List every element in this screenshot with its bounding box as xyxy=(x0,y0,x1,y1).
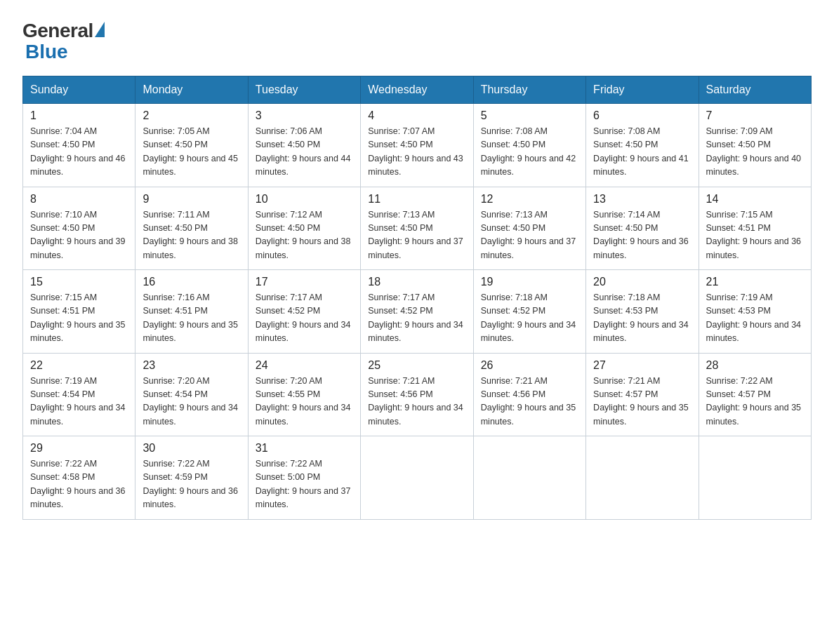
day-number: 28 xyxy=(706,359,804,372)
calendar-day-cell xyxy=(473,436,585,520)
day-info: Sunrise: 7:08 AMSunset: 4:50 PMDaylight:… xyxy=(593,125,691,180)
calendar-day-cell: 26Sunrise: 7:21 AMSunset: 4:56 PMDayligh… xyxy=(473,353,585,436)
calendar-day-cell: 6Sunrise: 7:08 AMSunset: 4:50 PMDaylight… xyxy=(586,104,699,187)
day-number: 12 xyxy=(481,193,578,206)
weekday-header-thursday: Thursday xyxy=(473,76,585,104)
day-number: 30 xyxy=(143,442,240,455)
day-number: 13 xyxy=(593,193,691,206)
day-number: 24 xyxy=(256,359,353,372)
day-info: Sunrise: 7:08 AMSunset: 4:50 PMDaylight:… xyxy=(481,125,578,180)
calendar-day-cell: 2Sunrise: 7:05 AMSunset: 4:50 PMDaylight… xyxy=(135,104,248,187)
day-info: Sunrise: 7:17 AMSunset: 4:52 PMDaylight:… xyxy=(368,291,465,346)
calendar-week-row: 15Sunrise: 7:15 AMSunset: 4:51 PMDayligh… xyxy=(23,270,812,354)
calendar-day-cell: 15Sunrise: 7:15 AMSunset: 4:51 PMDayligh… xyxy=(23,270,135,354)
logo-triangle-icon xyxy=(95,22,105,37)
calendar-day-cell: 10Sunrise: 7:12 AMSunset: 4:50 PMDayligh… xyxy=(248,187,360,270)
calendar-day-cell: 25Sunrise: 7:21 AMSunset: 4:56 PMDayligh… xyxy=(361,353,473,436)
calendar-day-cell: 31Sunrise: 7:22 AMSunset: 5:00 PMDayligh… xyxy=(248,436,360,520)
calendar-day-cell: 28Sunrise: 7:22 AMSunset: 4:57 PMDayligh… xyxy=(699,353,811,436)
weekday-header-saturday: Saturday xyxy=(699,76,811,104)
day-number: 25 xyxy=(368,359,465,372)
logo: General Blue xyxy=(22,20,105,63)
day-number: 31 xyxy=(256,442,353,455)
day-info: Sunrise: 7:15 AMSunset: 4:51 PMDaylight:… xyxy=(30,291,128,346)
calendar-day-cell: 22Sunrise: 7:19 AMSunset: 4:54 PMDayligh… xyxy=(23,353,135,436)
calendar-day-cell: 7Sunrise: 7:09 AMSunset: 4:50 PMDaylight… xyxy=(699,104,811,187)
day-number: 7 xyxy=(706,109,804,122)
weekday-header-monday: Monday xyxy=(135,76,248,104)
calendar-table: SundayMondayTuesdayWednesdayThursdayFrid… xyxy=(22,76,812,520)
day-number: 1 xyxy=(30,109,128,122)
day-number: 22 xyxy=(30,359,128,372)
day-number: 4 xyxy=(368,109,465,122)
calendar-day-cell: 13Sunrise: 7:14 AMSunset: 4:50 PMDayligh… xyxy=(586,187,699,270)
day-info: Sunrise: 7:13 AMSunset: 4:50 PMDaylight:… xyxy=(368,208,465,263)
calendar-day-cell: 30Sunrise: 7:22 AMSunset: 4:59 PMDayligh… xyxy=(135,436,248,520)
day-number: 3 xyxy=(256,109,353,122)
day-info: Sunrise: 7:22 AMSunset: 4:58 PMDaylight:… xyxy=(30,457,128,512)
day-number: 8 xyxy=(30,193,128,206)
calendar-week-row: 29Sunrise: 7:22 AMSunset: 4:58 PMDayligh… xyxy=(23,436,812,520)
day-number: 5 xyxy=(481,109,578,122)
day-number: 9 xyxy=(143,193,240,206)
day-number: 2 xyxy=(143,109,240,122)
day-number: 18 xyxy=(368,276,465,288)
day-info: Sunrise: 7:17 AMSunset: 4:52 PMDaylight:… xyxy=(256,291,353,346)
day-info: Sunrise: 7:16 AMSunset: 4:51 PMDaylight:… xyxy=(143,291,240,346)
calendar-day-cell: 19Sunrise: 7:18 AMSunset: 4:52 PMDayligh… xyxy=(473,270,585,354)
calendar-day-cell: 23Sunrise: 7:20 AMSunset: 4:54 PMDayligh… xyxy=(135,353,248,436)
day-info: Sunrise: 7:19 AMSunset: 4:54 PMDaylight:… xyxy=(30,375,128,429)
calendar-day-cell: 27Sunrise: 7:21 AMSunset: 4:57 PMDayligh… xyxy=(586,353,699,436)
day-info: Sunrise: 7:22 AMSunset: 4:57 PMDaylight:… xyxy=(706,375,804,429)
calendar-day-cell: 29Sunrise: 7:22 AMSunset: 4:58 PMDayligh… xyxy=(23,436,135,520)
day-info: Sunrise: 7:15 AMSunset: 4:51 PMDaylight:… xyxy=(706,208,804,263)
day-info: Sunrise: 7:22 AMSunset: 5:00 PMDaylight:… xyxy=(256,457,353,512)
calendar-week-row: 8Sunrise: 7:10 AMSunset: 4:50 PMDaylight… xyxy=(23,187,812,270)
day-number: 23 xyxy=(143,359,240,372)
calendar-day-cell xyxy=(361,436,473,520)
logo-blue-text: Blue xyxy=(25,41,68,63)
day-number: 29 xyxy=(30,442,128,455)
weekday-header-sunday: Sunday xyxy=(23,76,135,104)
day-number: 14 xyxy=(706,193,804,206)
day-info: Sunrise: 7:06 AMSunset: 4:50 PMDaylight:… xyxy=(256,125,353,180)
calendar-day-cell: 9Sunrise: 7:11 AMSunset: 4:50 PMDaylight… xyxy=(135,187,248,270)
day-info: Sunrise: 7:05 AMSunset: 4:50 PMDaylight:… xyxy=(143,125,240,180)
calendar-day-cell: 11Sunrise: 7:13 AMSunset: 4:50 PMDayligh… xyxy=(361,187,473,270)
calendar-day-cell: 4Sunrise: 7:07 AMSunset: 4:50 PMDaylight… xyxy=(361,104,473,187)
day-info: Sunrise: 7:21 AMSunset: 4:56 PMDaylight:… xyxy=(368,375,465,429)
day-number: 19 xyxy=(481,276,578,288)
day-number: 17 xyxy=(256,276,353,288)
day-number: 11 xyxy=(368,193,465,206)
weekday-header-wednesday: Wednesday xyxy=(361,76,473,104)
day-info: Sunrise: 7:21 AMSunset: 4:57 PMDaylight:… xyxy=(593,375,691,429)
logo-general-text: General xyxy=(22,20,93,42)
day-info: Sunrise: 7:20 AMSunset: 4:55 PMDaylight:… xyxy=(256,375,353,429)
day-info: Sunrise: 7:09 AMSunset: 4:50 PMDaylight:… xyxy=(706,125,804,180)
day-info: Sunrise: 7:10 AMSunset: 4:50 PMDaylight:… xyxy=(30,208,128,263)
calendar-day-cell xyxy=(699,436,811,520)
calendar-week-row: 22Sunrise: 7:19 AMSunset: 4:54 PMDayligh… xyxy=(23,353,812,436)
calendar-day-cell: 24Sunrise: 7:20 AMSunset: 4:55 PMDayligh… xyxy=(248,353,360,436)
calendar-day-cell: 5Sunrise: 7:08 AMSunset: 4:50 PMDaylight… xyxy=(473,104,585,187)
day-number: 21 xyxy=(706,276,804,288)
day-info: Sunrise: 7:11 AMSunset: 4:50 PMDaylight:… xyxy=(143,208,240,263)
calendar-day-cell: 14Sunrise: 7:15 AMSunset: 4:51 PMDayligh… xyxy=(699,187,811,270)
weekday-header-friday: Friday xyxy=(586,76,699,104)
day-info: Sunrise: 7:20 AMSunset: 4:54 PMDaylight:… xyxy=(143,375,240,429)
day-info: Sunrise: 7:04 AMSunset: 4:50 PMDaylight:… xyxy=(30,125,128,180)
calendar-day-cell: 1Sunrise: 7:04 AMSunset: 4:50 PMDaylight… xyxy=(23,104,135,187)
calendar-day-cell xyxy=(586,436,699,520)
day-number: 16 xyxy=(143,276,240,288)
weekday-header-row: SundayMondayTuesdayWednesdayThursdayFrid… xyxy=(23,76,812,104)
day-number: 26 xyxy=(481,359,578,372)
day-info: Sunrise: 7:21 AMSunset: 4:56 PMDaylight:… xyxy=(481,375,578,429)
day-info: Sunrise: 7:13 AMSunset: 4:50 PMDaylight:… xyxy=(481,208,578,263)
calendar-day-cell: 21Sunrise: 7:19 AMSunset: 4:53 PMDayligh… xyxy=(699,270,811,354)
day-number: 10 xyxy=(256,193,353,206)
day-info: Sunrise: 7:07 AMSunset: 4:50 PMDaylight:… xyxy=(368,125,465,180)
weekday-header-tuesday: Tuesday xyxy=(248,76,360,104)
day-number: 27 xyxy=(593,359,691,372)
day-info: Sunrise: 7:19 AMSunset: 4:53 PMDaylight:… xyxy=(706,291,804,346)
day-info: Sunrise: 7:18 AMSunset: 4:53 PMDaylight:… xyxy=(593,291,691,346)
